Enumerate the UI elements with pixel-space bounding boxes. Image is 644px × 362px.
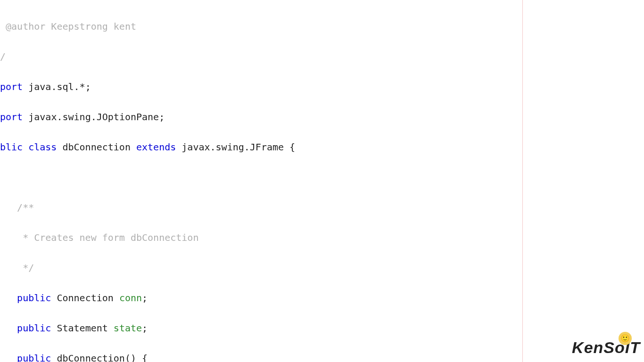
code-text: javax.swing.JFrame { [182, 141, 295, 153]
right-margin-guide [522, 0, 523, 362]
code-text: conn [119, 292, 142, 304]
code-text: ; [142, 322, 148, 334]
code-text: Connection [57, 292, 119, 304]
code-text: () { [125, 353, 148, 362]
code-editor[interactable]: @author Keepstrong kent / port java.sql.… [0, 0, 644, 362]
code-text: public [0, 292, 57, 304]
code-text: */ [0, 262, 34, 273]
code-text: dbConnection [57, 353, 125, 362]
code-text: extends [136, 141, 182, 153]
code-text: port [0, 81, 28, 92]
code-text: public [0, 353, 57, 362]
code-text: * Creates new form dbConnection [0, 232, 198, 243]
code-text: dbConnection [62, 141, 136, 153]
emoji-icon: 🙂 [619, 332, 632, 345]
code-text: javax.swing.JOptionPane; [28, 111, 165, 123]
code-text: / [0, 51, 6, 62]
code-text: ; [142, 292, 148, 304]
code-text: public [0, 322, 57, 334]
code-text: java.sql.*; [28, 81, 91, 92]
code-text: @author Keepstrong kent [0, 21, 136, 32]
code-text: Statement [57, 322, 113, 334]
code-text: /** [0, 202, 34, 213]
code-text: blic class [0, 141, 62, 153]
code-text: state [114, 322, 142, 334]
code-text: port [0, 111, 28, 123]
